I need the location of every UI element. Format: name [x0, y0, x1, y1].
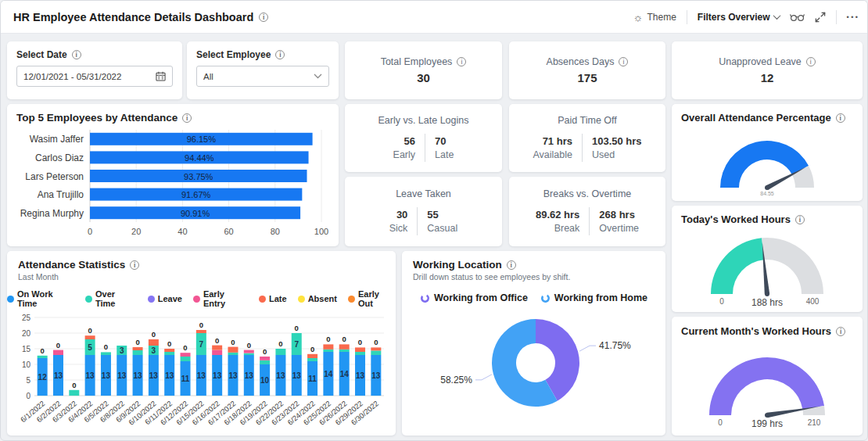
location-subtitle: Drill down status to see employees by sh…	[413, 272, 655, 281]
svg-text:7: 7	[199, 340, 204, 349]
svg-text:0: 0	[278, 339, 282, 348]
svg-text:58.25%: 58.25%	[440, 375, 472, 385]
gauge3-title: Current Month's Worked Hours	[681, 325, 831, 337]
attendance-stacked-bar-chart[interactable]: 05101520251206/1/20221306/2/202206/3/202…	[13, 310, 390, 439]
info-icon[interactable]	[275, 50, 285, 59]
info-icon[interactable]	[619, 57, 628, 66]
theme-button[interactable]: ☼ Theme	[633, 11, 676, 23]
top5-title: Top 5 Employees by Attendance	[16, 112, 178, 124]
svg-text:40: 40	[178, 227, 187, 236]
legend-label: Late	[269, 294, 287, 303]
svg-text:188 hrs: 188 hrs	[751, 297, 783, 308]
date-range-input[interactable]: 12/01/2021 - 05/31/2022	[16, 66, 173, 87]
svg-text:10: 10	[22, 360, 31, 369]
legend-item[interactable]: Late	[259, 289, 287, 308]
month-hours-gauge-chart[interactable]: 0210199 hrs	[676, 340, 858, 432]
paid-time-off-card: Paid Time Off 71 hrsAvailable 103.50 hrs…	[509, 104, 665, 172]
info-icon[interactable]	[836, 327, 845, 336]
legend-item[interactable]: Working from Office	[420, 292, 528, 303]
more-options-button[interactable]: • • •	[847, 13, 858, 21]
divider	[687, 10, 687, 24]
legend-dot-icon	[7, 296, 14, 303]
filters-overview-button[interactable]: Filters Overview	[698, 12, 780, 23]
legend-item[interactable]: Leave	[148, 289, 182, 308]
legend-label: Working from Office	[434, 292, 528, 303]
gauge1-title: Overall Attendance Percentage	[681, 112, 831, 124]
svg-text:0: 0	[183, 343, 187, 352]
svg-text:13: 13	[228, 371, 238, 380]
svg-text:91.67%: 91.67%	[181, 190, 211, 199]
legend-dot-icon	[259, 296, 266, 303]
legend-item[interactable]: Early Entry	[193, 289, 248, 308]
svg-text:0: 0	[215, 336, 219, 345]
svg-text:13: 13	[292, 371, 302, 380]
svg-text:Carlos Diaz: Carlos Diaz	[35, 152, 84, 163]
svg-text:14: 14	[340, 370, 350, 378]
info-icon[interactable]	[507, 260, 516, 270]
legend-item[interactable]: Early Out	[348, 289, 396, 308]
kpi-value: 30	[417, 71, 430, 84]
attendance-gauge-chart[interactable]: 84.55	[676, 125, 858, 197]
select-employee-card: Select Employee All	[187, 41, 339, 99]
info-icon[interactable]	[457, 57, 466, 66]
top5-employees-card: Top 5 Employees by Attendance 0204060801…	[7, 104, 339, 246]
stat-left-label: Early	[393, 149, 415, 160]
legend-item[interactable]: Absent	[298, 289, 337, 308]
svg-text:199 hrs: 199 hrs	[751, 418, 783, 429]
svg-text:93.75%: 93.75%	[184, 172, 213, 181]
stat-card-title: Leave Taken	[396, 188, 451, 199]
glasses-icon	[790, 12, 805, 22]
top5-bar-chart[interactable]: 020406080100Wasim Jaffer96.15%Carlos Dia…	[15, 125, 331, 239]
svg-text:11: 11	[308, 375, 317, 383]
svg-text:Regina Murphy: Regina Murphy	[20, 208, 84, 219]
info-icon[interactable]	[182, 113, 192, 123]
info-icon[interactable]	[259, 13, 268, 22]
svg-text:90.91%: 90.91%	[181, 209, 210, 218]
svg-text:80: 80	[271, 227, 280, 236]
stat-card-title: Early vs. Late Logins	[378, 115, 468, 126]
legend-label: Leave	[158, 294, 182, 303]
stat-left-label: Sick	[389, 223, 408, 234]
svg-text:13: 13	[134, 371, 143, 380]
page-title-row: HR Employee Attendance Details Dashboard	[13, 11, 268, 23]
svg-text:13: 13	[245, 371, 254, 380]
legend-label: Working from Home	[554, 292, 647, 303]
info-icon[interactable]	[130, 260, 139, 270]
fullscreen-button[interactable]	[815, 12, 826, 23]
svg-text:0: 0	[104, 342, 108, 351]
legend-ring-icon	[420, 293, 430, 303]
svg-text:0: 0	[26, 392, 30, 400]
legend-item[interactable]: Over Time	[85, 289, 137, 308]
svg-text:11: 11	[181, 375, 190, 383]
svg-text:0: 0	[295, 324, 299, 332]
overall-attendance-card: Overall Attendance Percentage 84.55	[672, 104, 863, 201]
location-title: Working Location	[413, 259, 502, 271]
preview-button[interactable]	[790, 12, 805, 22]
svg-text:5: 5	[88, 343, 92, 352]
employee-select[interactable]: All	[196, 66, 329, 87]
stat-right-value: 55	[427, 209, 438, 220]
expand-icon	[815, 12, 826, 23]
info-icon[interactable]	[795, 215, 805, 224]
today-hours-gauge-chart[interactable]: 0400188 hrs	[676, 227, 858, 308]
working-location-donut-chart[interactable]: 41.75%58.25%	[408, 303, 659, 427]
svg-text:0: 0	[374, 338, 378, 346]
legend-item[interactable]: Working from Home	[540, 292, 647, 303]
svg-text:20: 20	[22, 329, 31, 338]
info-icon[interactable]	[836, 113, 845, 123]
svg-text:84.55: 84.55	[760, 191, 774, 196]
svg-text:0: 0	[310, 345, 314, 353]
info-icon[interactable]	[806, 57, 816, 66]
kpi-value: 12	[761, 71, 774, 84]
info-icon[interactable]	[72, 50, 81, 59]
stat-card-title: Breaks vs. Overtime	[543, 188, 632, 199]
legend-label: Early Out	[358, 289, 396, 308]
svg-text:400: 400	[806, 297, 820, 306]
stat-right-value: 70	[435, 135, 446, 147]
svg-text:0: 0	[231, 338, 235, 346]
stat-right-label: Casual	[427, 223, 457, 234]
svg-text:96.15%: 96.15%	[187, 134, 217, 144]
legend-item[interactable]: On Work Time	[7, 289, 74, 308]
legend-dot-icon	[148, 296, 155, 303]
legend-label: Early Entry	[203, 289, 248, 308]
